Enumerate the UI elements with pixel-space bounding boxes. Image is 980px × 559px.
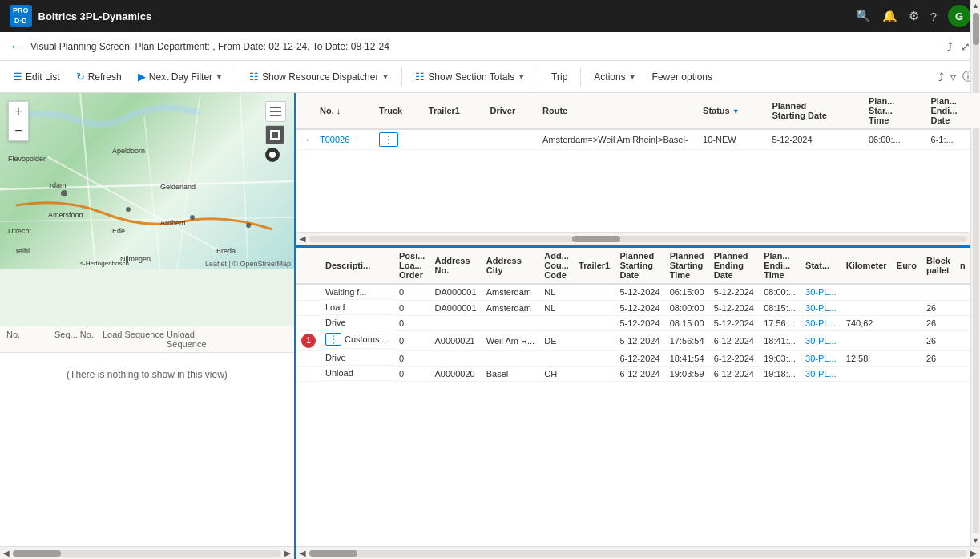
user-avatar[interactable]: G — [948, 5, 970, 27]
bell-icon[interactable]: 🔔 — [882, 9, 897, 23]
map-square-ctrl[interactable] — [265, 125, 284, 144]
status-cell[interactable]: 30-PL... — [801, 300, 841, 315]
svg-point-7 — [61, 190, 67, 196]
status-cell[interactable]: 30-PL... — [801, 350, 841, 366]
show-section-totals-button[interactable]: ☷ Show Section Totals ▼ — [409, 67, 531, 86]
status-cell[interactable]: 30-PL... — [801, 366, 841, 381]
th-route[interactable]: Route — [538, 93, 698, 129]
left-panel: rdam Flevopolder Apeldoorn Gelderland Am… — [0, 93, 296, 559]
th-status[interactable]: Stat... — [801, 248, 841, 284]
th-ps-time[interactable]: PlannedStartingTime — [665, 248, 709, 284]
filter-icon[interactable]: ▿ — [950, 71, 956, 83]
th-status[interactable]: Status ▼ — [698, 93, 767, 129]
route-cell: Amsterdam=>Weil Am Rhein|>Basel- — [538, 129, 698, 150]
back-button[interactable]: ← — [10, 39, 22, 54]
left-scroll-left-arrow[interactable]: ◀ — [3, 549, 10, 557]
th-euro[interactable]: Euro — [892, 248, 922, 284]
trips-scroll-thumb[interactable] — [572, 236, 620, 242]
th-planned-start-date[interactable]: PlannedStarting Date — [767, 93, 864, 129]
euro-cell — [892, 330, 922, 350]
breadcrumb-bar: ← Visual Planning Screen: Plan Departmen… — [0, 32, 980, 61]
details-scroll-thumb-h[interactable] — [309, 550, 357, 557]
ps-time-cell: 08:15:00 — [665, 315, 709, 330]
map-container: rdam Flevopolder Apeldoorn Gelderland Am… — [0, 93, 294, 326]
truck-menu-button[interactable]: ⋮ — [379, 132, 398, 147]
status-cell[interactable]: 30-PL... — [801, 315, 841, 330]
help-icon[interactable]: ? — [930, 10, 937, 23]
zoom-in-button[interactable]: + — [9, 102, 28, 121]
badge-cell — [296, 315, 321, 330]
th-addr-no[interactable]: AddressNo. — [430, 248, 482, 284]
th-ps-date[interactable]: PlannedStartingDate — [615, 248, 664, 284]
km-cell: 12,58 — [841, 350, 892, 366]
th-planned-end-date[interactable]: Plan...Endi...Date — [926, 93, 980, 129]
actions-dropdown-icon[interactable]: ▼ — [629, 73, 636, 81]
addr-city-cell: Basel — [482, 366, 540, 381]
euro-cell — [892, 315, 922, 330]
toolbar-right: ⤴ ▿ ⓘ — [938, 70, 974, 84]
left-scroll-thumb[interactable] — [13, 550, 61, 557]
th-desc[interactable]: Descripti... — [321, 248, 394, 284]
th-n[interactable]: n — [955, 248, 970, 284]
col-seq-no: Seq... No. — [54, 330, 103, 349]
next-day-filter-dropdown-icon[interactable]: ▼ — [216, 73, 223, 81]
trip-button[interactable]: Trip — [545, 68, 574, 86]
planned-start-date-cell: 5-12-2024 — [767, 129, 864, 150]
status-cell[interactable]: 30-PL... — [801, 284, 841, 300]
th-trailer1[interactable]: Trailer1 — [424, 93, 486, 129]
actions-button[interactable]: Actions ▼ — [587, 68, 642, 86]
search-icon[interactable]: 🔍 — [856, 9, 871, 23]
fewer-options-button[interactable]: Fewer options — [646, 68, 719, 86]
refresh-icon: ↻ — [76, 71, 85, 83]
th-truck[interactable]: Truck — [374, 93, 424, 129]
refresh-button[interactable]: ↻ Refresh — [70, 67, 128, 86]
th-planned-start-time[interactable]: Plan...Star...Time — [864, 93, 926, 129]
navbar-left: PRO D·D Boltrics 3PL-Dynamics — [10, 5, 151, 26]
lower-left-empty: (There is nothing to show in this view) — [0, 353, 294, 396]
next-day-filter-button[interactable]: ▶ Next Day Filter ▼ — [131, 67, 229, 86]
zoom-out-button[interactable]: − — [9, 121, 28, 140]
details-scroll-left[interactable]: ◀ — [300, 549, 306, 557]
th-pallet[interactable]: Blockpallet — [922, 248, 955, 284]
trip-no-cell[interactable]: T00026 — [315, 129, 374, 150]
addr-city-cell: Amsterdam — [482, 300, 540, 315]
th-km[interactable]: Kilometer — [841, 248, 892, 284]
th-trailer[interactable]: Trailer1 — [574, 248, 615, 284]
desc-cell: Drive — [321, 315, 394, 330]
left-scroll-bar: ◀ ▶ — [0, 546, 294, 559]
col-load-seq: Load Sequence — [103, 330, 167, 349]
pe-date-cell: 6-12-2024 — [709, 330, 759, 350]
th-pe-date[interactable]: PlannedEndingDate — [709, 248, 759, 284]
edit-list-button[interactable]: ☰ Edit List — [6, 67, 67, 86]
svg-rect-24 — [270, 111, 281, 112]
addr-no-cell — [430, 315, 482, 330]
resource-dispatcher-dropdown-icon[interactable]: ▼ — [381, 73, 389, 81]
map-circle-ctrl[interactable] — [265, 148, 280, 162]
settings-icon[interactable]: ⚙ — [909, 9, 919, 23]
status-cell[interactable]: 30-PL... — [801, 330, 841, 350]
th-country[interactable]: Add...Cou...Code — [539, 248, 574, 284]
svg-line-4 — [176, 93, 200, 269]
details-scroll-down[interactable]: ▼ — [970, 535, 980, 546]
th-addr-city[interactable]: AddressCity — [482, 248, 540, 284]
th-pos[interactable]: Posi...Loa...Order — [394, 248, 430, 284]
trips-scroll-left[interactable]: ◀ — [300, 234, 306, 243]
th-driver[interactable]: Driver — [485, 93, 538, 129]
section-totals-dropdown-icon[interactable]: ▼ — [518, 73, 525, 81]
export-icon[interactable]: ⤴ — [938, 71, 944, 83]
left-scroll-right-arrow[interactable]: ▶ — [284, 549, 291, 557]
show-resource-dispatcher-button[interactable]: ☷ Show Resource Dispatcher ▼ — [243, 67, 395, 86]
desc-cell: Drive — [321, 350, 394, 366]
truck-cell: ⋮ — [374, 129, 424, 150]
trailer-cell — [574, 350, 615, 366]
th-pe-time[interactable]: Plan...Endi...Time — [759, 248, 801, 284]
svg-text:Arnhem: Arnhem — [160, 219, 186, 227]
row-menu-button[interactable]: ⋮ — [325, 333, 341, 346]
details-scroll-right[interactable]: ▶ — [970, 549, 977, 557]
addr-no-cell: A0000020 — [430, 366, 482, 381]
map-layers-button[interactable] — [265, 101, 286, 122]
share-icon[interactable]: ⤴ — [947, 40, 953, 53]
fullscreen-icon[interactable]: ⤢ — [961, 40, 970, 53]
th-no-val[interactable]: No. ↓ — [315, 93, 374, 129]
desc-cell: ⋮ Customs ... — [321, 330, 394, 349]
